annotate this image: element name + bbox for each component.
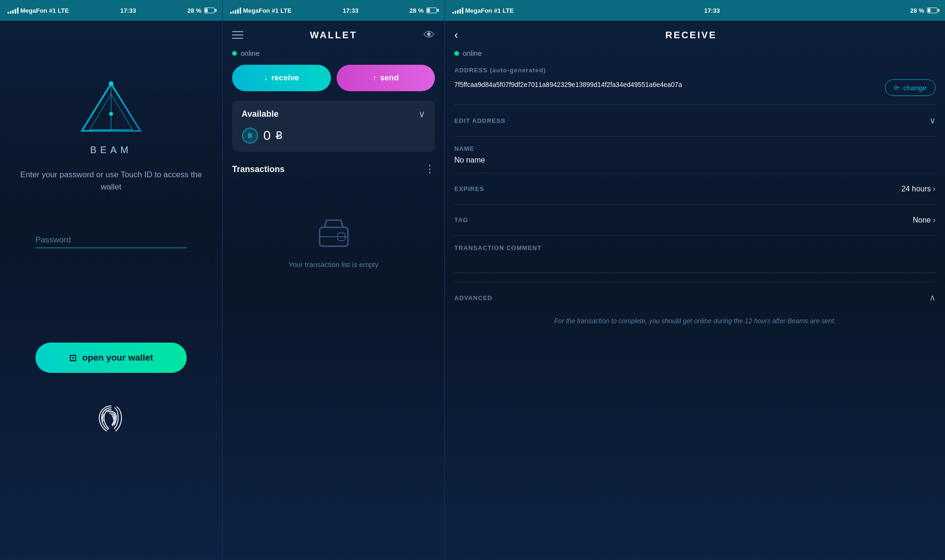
transactions-title: Transactions <box>232 164 285 174</box>
beam-brand-text: BEAM <box>90 145 132 155</box>
signal-icon <box>8 7 18 14</box>
divider-4 <box>454 204 936 205</box>
carrier-info-login: MegaFon #1 LTE <box>8 7 69 14</box>
battery-pct-receive: 28 % <box>910 7 924 14</box>
advanced-label: ADVANCED <box>454 294 493 302</box>
expires-label: EXPIRES <box>454 185 484 192</box>
available-label: Available <box>242 109 278 119</box>
carrier-name-wallet: MegaFon #1 <box>243 7 278 14</box>
expires-row[interactable]: EXPIRES 24 hours › <box>454 182 936 196</box>
beam-logo <box>78 78 144 139</box>
expires-chevron-icon: › <box>933 184 936 194</box>
battery-info-login: 28 % <box>187 7 215 14</box>
time-wallet: 17:33 <box>343 7 358 14</box>
comment-field-label: TRANSACTION COMMENT <box>454 244 936 251</box>
login-subtitle: Enter your password or use Touch ID to a… <box>0 169 222 193</box>
logo-area: BEAM Enter your password or use Touch ID… <box>0 78 222 193</box>
online-dot-receive <box>454 51 459 56</box>
edit-address-row[interactable]: EDIT ADDRESS ∨ <box>454 113 936 128</box>
hamburger-menu-icon[interactable] <box>232 31 243 39</box>
address-section: ADDRESS (auto-generated) 7f5ffcaa9d84a5f… <box>454 67 936 96</box>
battery-info-wallet: 28 % <box>409 7 437 14</box>
fingerprint-area[interactable] <box>95 401 128 436</box>
back-button[interactable]: ‹ <box>454 28 458 42</box>
carrier-info-receive: MegaFon #1 LTE <box>452 7 514 14</box>
advanced-chevron-icon: ∧ <box>929 293 936 303</box>
tag-row[interactable]: TAG None › <box>454 213 936 227</box>
empty-transactions-text: Your transaction list is empty <box>288 260 378 268</box>
available-card: Available ∨ B 0 Ƀ <box>232 101 435 152</box>
send-icon: ↑ <box>373 74 376 82</box>
network-type-login: LTE <box>58 7 69 14</box>
expires-value: 24 hours <box>902 185 931 193</box>
advanced-row[interactable]: ADVANCED ∧ <box>454 291 936 305</box>
address-label: ADDRESS (auto-generated) <box>454 67 936 74</box>
send-button[interactable]: ↑ send <box>337 65 435 91</box>
login-panel: MegaFon #1 LTE 17:33 28 % <box>0 0 222 560</box>
advanced-section: ADVANCED ∧ For the transaction to comple… <box>454 291 936 340</box>
eye-icon[interactable]: 👁 <box>424 28 435 42</box>
balance-display: B 0 Ƀ <box>242 127 425 144</box>
open-wallet-button[interactable]: ⊡ open your wallet <box>35 343 187 373</box>
tag-chevron-icon: › <box>933 215 936 225</box>
online-text-receive: online <box>463 49 482 57</box>
online-dot-wallet <box>232 51 237 56</box>
signal-icon-receive <box>452 7 463 14</box>
time-login: 17:33 <box>120 7 136 14</box>
fingerprint-icon <box>95 401 128 434</box>
carrier-info-wallet: MegaFon #1 LTE <box>230 7 292 14</box>
advanced-note: For the transaction to complete, you sho… <box>454 316 936 340</box>
receive-nav: ‹ RECEIVE <box>445 21 945 49</box>
status-bar-wallet: MegaFon #1 LTE 17:33 28 % <box>223 0 444 21</box>
online-text-wallet: online <box>241 49 260 57</box>
battery-icon-receive <box>927 8 937 13</box>
edit-address-label: EDIT ADDRESS <box>454 117 505 124</box>
battery-icon-login <box>204 8 215 13</box>
divider-3 <box>454 173 936 173</box>
empty-wallet-icon <box>315 213 353 251</box>
action-buttons: ↓ receive ↑ send <box>223 63 444 101</box>
change-button-label: change <box>903 84 927 92</box>
divider-2 <box>454 136 936 137</box>
comment-input[interactable] <box>454 257 936 273</box>
name-field-label: NAME <box>454 145 936 152</box>
battery-pct-login: 28 % <box>187 7 201 14</box>
network-type-receive: LTE <box>503 7 514 14</box>
balance-amount: 0 <box>263 128 271 143</box>
available-chevron-icon[interactable]: ∨ <box>418 108 425 120</box>
receive-content: ADDRESS (auto-generated) 7f5ffcaa9d84a5f… <box>445 63 945 560</box>
empty-transactions: Your transaction list is empty <box>232 213 435 268</box>
svg-point-6 <box>109 81 113 86</box>
wallet-title: WALLET <box>310 30 357 41</box>
receive-button[interactable]: ↓ receive <box>232 65 331 91</box>
divider-5 <box>454 235 936 236</box>
password-field-wrap <box>35 235 187 248</box>
receive-icon: ↓ <box>264 74 268 82</box>
status-bar-receive: MegaFon #1 LTE 17:33 28 % <box>445 0 945 21</box>
divider-1 <box>454 104 936 105</box>
network-type-wallet: LTE <box>280 7 292 14</box>
battery-info-receive: 28 % <box>910 7 937 14</box>
receive-title: RECEIVE <box>468 30 915 41</box>
more-options-icon[interactable]: ⋮ <box>425 163 435 175</box>
wallet-panel: MegaFon #1 LTE 17:33 28 % WALLET 👁 onlin… <box>222 0 444 560</box>
send-label: send <box>380 73 399 83</box>
transactions-section: Transactions ⋮ Your transaction list is … <box>223 152 444 268</box>
password-input[interactable] <box>35 235 187 245</box>
address-text: 7f5ffcaa9d84a5f07f9df2e7011a8942329e1389… <box>454 79 877 90</box>
edit-address-chevron-icon: ∨ <box>929 115 936 126</box>
time-receive: 17:33 <box>704 7 720 14</box>
status-bar-login: MegaFon #1 LTE 17:33 28 % <box>0 0 222 21</box>
online-status-receive: online <box>445 49 945 63</box>
battery-icon-wallet <box>426 8 437 13</box>
svg-point-5 <box>109 112 113 116</box>
wallet-nav: WALLET 👁 <box>223 21 444 49</box>
carrier-name-receive: MegaFon #1 <box>465 7 501 14</box>
beam-coin-icon: B <box>242 127 259 144</box>
open-wallet-label: open your wallet <box>82 353 153 363</box>
tag-value: None <box>913 216 931 224</box>
beam-symbol: Ƀ <box>276 129 283 142</box>
signal-icon-wallet <box>230 7 241 14</box>
change-icon: ⟳ <box>894 84 900 92</box>
change-address-button[interactable]: ⟳ change <box>885 79 936 96</box>
